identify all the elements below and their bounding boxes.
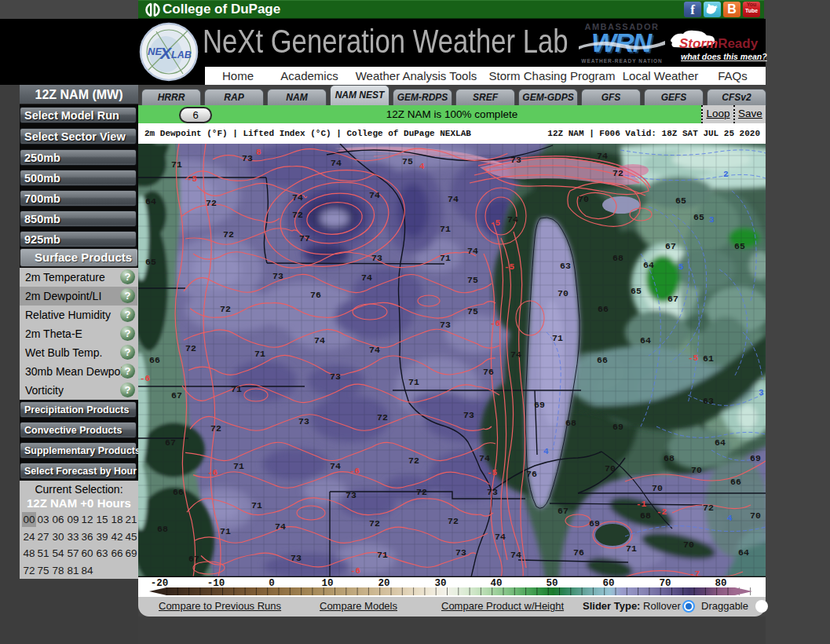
svg-text:72: 72	[369, 518, 380, 529]
svg-text:LAB: LAB	[171, 49, 192, 60]
svg-text:74: 74	[314, 335, 325, 346]
svg-text:64: 64	[145, 196, 156, 207]
svg-text:72: 72	[703, 503, 714, 513]
svg-text:-7: -7	[689, 569, 700, 577]
svg-text:73: 73	[346, 490, 356, 500]
svg-text:70: 70	[683, 540, 694, 550]
svg-text:-6: -6	[349, 467, 360, 476]
svg-text:67: 67	[171, 390, 182, 401]
svg-text:-1: -1	[636, 499, 647, 509]
svg-text:76: 76	[310, 290, 321, 300]
svg-text:74: 74	[507, 214, 518, 225]
svg-text:73: 73	[487, 487, 498, 497]
svg-text:-6: -6	[350, 566, 360, 576]
svg-text:74: 74	[292, 192, 303, 203]
svg-text:74: 74	[510, 550, 521, 560]
svg-text:74: 74	[275, 521, 286, 532]
svg-text:74: 74	[330, 461, 341, 471]
svg-text:76: 76	[573, 547, 584, 558]
svg-text:75: 75	[467, 275, 478, 285]
svg-text:73: 73	[440, 320, 451, 330]
svg-text:-6: -6	[140, 374, 150, 383]
svg-text:-6: -6	[207, 468, 218, 478]
svg-text:71: 71	[251, 500, 262, 510]
svg-text:73: 73	[510, 155, 521, 165]
svg-text:73: 73	[330, 371, 341, 382]
svg-text:77: 77	[299, 233, 310, 243]
svg-text:4: 4	[419, 162, 425, 171]
svg-text:73: 73	[291, 553, 302, 563]
svg-text:-5: -5	[504, 262, 515, 272]
svg-text:71: 71	[552, 333, 563, 343]
svg-text:74: 74	[479, 453, 490, 463]
svg-text:71: 71	[377, 550, 388, 560]
svg-text:69: 69	[612, 422, 623, 432]
svg-text:74: 74	[495, 532, 506, 542]
svg-text:68: 68	[664, 453, 675, 463]
svg-text:4: 4	[543, 447, 549, 456]
svg-text:74: 74	[510, 349, 521, 360]
svg-text:65: 65	[145, 257, 156, 267]
svg-text:69: 69	[750, 453, 761, 463]
svg-text:71: 71	[171, 159, 182, 170]
svg-text:65: 65	[675, 196, 686, 206]
svg-text:70: 70	[558, 288, 569, 298]
svg-text:73: 73	[298, 416, 309, 426]
svg-text:64: 64	[715, 437, 726, 448]
svg-text:3: 3	[709, 215, 715, 225]
svg-text:66: 66	[597, 355, 608, 365]
svg-text:-5: -5	[487, 468, 498, 478]
svg-text:66: 66	[149, 355, 160, 365]
svg-text:72: 72	[223, 229, 234, 240]
svg-text:-5: -5	[688, 353, 699, 363]
svg-text:72: 72	[206, 198, 217, 208]
svg-text:66: 66	[730, 477, 741, 487]
svg-text:74: 74	[369, 345, 380, 355]
svg-text:71: 71	[231, 384, 242, 394]
svg-text:74: 74	[448, 194, 459, 204]
svg-text:71: 71	[220, 526, 231, 536]
svg-text:67: 67	[165, 437, 176, 448]
svg-text:70: 70	[750, 510, 761, 521]
svg-text:73: 73	[463, 410, 474, 420]
svg-text:-2: -2	[656, 507, 667, 517]
svg-text:74: 74	[467, 246, 478, 256]
svg-text:66: 66	[173, 487, 184, 497]
svg-text:-5: -5	[187, 174, 198, 184]
svg-text:67: 67	[188, 554, 199, 564]
svg-text:73: 73	[272, 271, 283, 281]
svg-text:72: 72	[210, 423, 221, 434]
svg-text:72: 72	[408, 456, 419, 466]
svg-text:74: 74	[331, 158, 342, 168]
svg-text:4: 4	[727, 514, 733, 523]
svg-text:68: 68	[157, 524, 168, 534]
svg-text:73: 73	[371, 253, 382, 263]
svg-text:76: 76	[483, 367, 494, 377]
svg-text:65: 65	[693, 212, 704, 222]
svg-text:-6: -6	[490, 319, 500, 328]
svg-text:76: 76	[526, 469, 537, 479]
svg-text:71: 71	[440, 253, 451, 263]
svg-text:63: 63	[703, 396, 714, 406]
svg-text:71: 71	[254, 349, 265, 359]
svg-text:67: 67	[665, 241, 676, 251]
svg-text:72: 72	[377, 412, 388, 423]
svg-text:5: 5	[678, 262, 684, 272]
svg-text:68: 68	[640, 510, 651, 521]
svg-text:64: 64	[643, 260, 654, 270]
svg-text:72: 72	[185, 343, 196, 353]
svg-text:70: 70	[652, 483, 663, 493]
svg-text:3: 3	[759, 388, 764, 397]
svg-text:68: 68	[612, 253, 623, 263]
svg-text:73: 73	[455, 547, 466, 558]
svg-text:8: 8	[256, 148, 261, 157]
svg-text:65: 65	[734, 241, 745, 251]
svg-text:71: 71	[626, 543, 637, 554]
svg-text:2: 2	[723, 170, 729, 179]
svg-text:69: 69	[589, 518, 600, 529]
svg-text:63: 63	[560, 261, 571, 271]
svg-text:74: 74	[369, 190, 380, 200]
svg-text:72: 72	[220, 304, 231, 314]
svg-text:70: 70	[605, 463, 616, 474]
svg-text:71: 71	[233, 461, 244, 471]
